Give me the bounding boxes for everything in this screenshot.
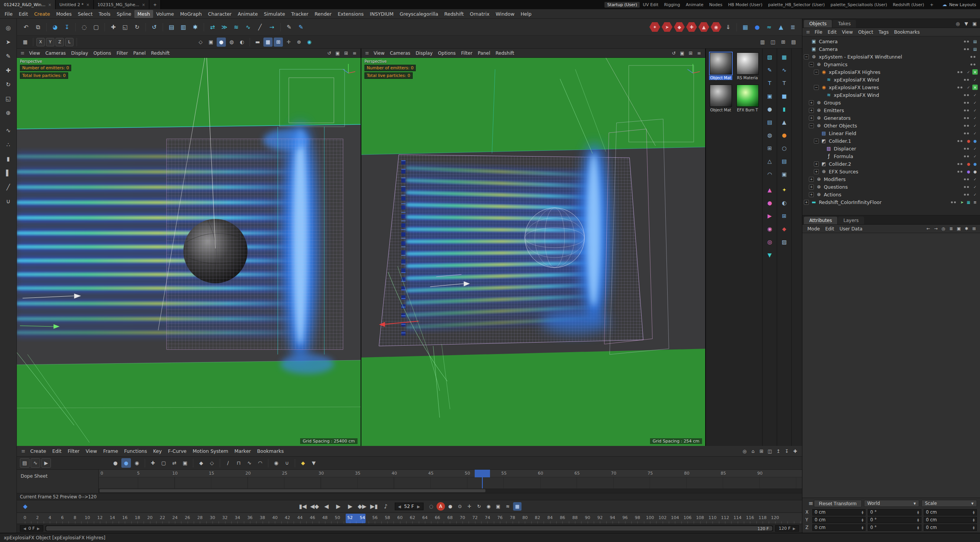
timeline-ruler[interactable]: 0246810121416182022242628303234363840424… <box>17 513 802 524</box>
spinner-icon[interactable]: ▲▼ <box>973 518 975 522</box>
ocean-wave-icon[interactable]: ≈ <box>764 22 774 33</box>
tree-row-efx-sources[interactable]: +⊕EFX Sources●● <box>802 168 980 175</box>
stepper-left-icon[interactable]: ◀ <box>23 527 26 531</box>
material-item[interactable]: Object Mat <box>709 85 733 112</box>
check-badge[interactable]: ✓ <box>972 176 978 182</box>
editor-visibility-dot[interactable] <box>964 178 966 180</box>
magnet-keys-icon[interactable]: ∪ <box>282 458 292 468</box>
gsg-hub-icon[interactable]: ◕ <box>50 22 60 33</box>
attr-search-icon[interactable]: ◎ <box>940 225 947 232</box>
collapse-icon[interactable]: − <box>809 123 814 128</box>
om-menu-view[interactable]: View <box>839 29 855 36</box>
viewport-left-canvas[interactable]: PerspectiveNumber of emitters: 0Total li… <box>17 58 361 446</box>
cube-solid-icon[interactable]: ■ <box>779 91 789 101</box>
tree-row-groups[interactable]: +⊕Groups✓ <box>802 99 980 106</box>
visibility-dots[interactable] <box>964 186 969 188</box>
cylinder-icon[interactable]: ▮ <box>779 104 789 114</box>
vp-menu-redshift[interactable]: Redshift <box>493 50 517 57</box>
render-visibility-dot[interactable] <box>967 178 969 180</box>
menu-mesh[interactable]: Mesh <box>134 10 153 18</box>
stepper-right-icon[interactable]: ▶ <box>417 504 420 509</box>
material-item[interactable]: Object Mat <box>709 52 733 80</box>
xp-knife-icon[interactable]: ╱ <box>255 22 265 33</box>
xp-arrow-icon[interactable]: → <box>266 22 277 33</box>
boole-icon[interactable]: ◍ <box>764 130 775 140</box>
graydot-badge[interactable]: ● <box>972 169 978 174</box>
y-rotation-field[interactable]: 0 °▲▼ <box>868 517 921 523</box>
next-frame-button[interactable]: ▶ <box>345 501 356 512</box>
editor-visibility-dot[interactable] <box>964 117 966 119</box>
autokey-diamond-icon[interactable]: ◆ <box>20 501 31 512</box>
vp-film-icon[interactable]: ▣ <box>334 49 341 57</box>
editor-visibility-dot[interactable] <box>964 102 966 104</box>
tl-menu-edit[interactable]: Edit <box>49 447 65 455</box>
vp-menu-cameras[interactable]: Cameras <box>387 50 413 57</box>
reddot-badge[interactable]: ● <box>966 161 971 167</box>
filter-walk-icon[interactable]: ◉ <box>132 458 142 468</box>
menu-help[interactable]: Help <box>518 10 535 18</box>
stepper-right-icon[interactable]: ▶ <box>793 527 795 531</box>
collapse-icon[interactable]: − <box>814 70 819 75</box>
editor-visibility-dot[interactable] <box>964 109 966 111</box>
stack-badge[interactable]: ≣ <box>972 199 978 205</box>
editor-visibility-dot[interactable] <box>964 48 966 50</box>
render-visibility-dot[interactable] <box>967 132 969 134</box>
render-visibility-dot[interactable] <box>973 64 975 65</box>
plane-icon[interactable]: ▤ <box>764 117 775 127</box>
xparticles-modifier-icon[interactable]: ➤ <box>662 22 673 32</box>
goto-end-button[interactable]: ▶▮ <box>369 501 379 512</box>
render-visibility-dot[interactable] <box>967 94 969 96</box>
render-visibility-dot[interactable] <box>960 171 962 173</box>
region-tool-icon[interactable]: ▢ <box>159 458 168 468</box>
camera-view-icon[interactable]: ▣ <box>206 38 216 47</box>
spinner-icon[interactable]: ▲▼ <box>917 526 919 529</box>
check-badge[interactable]: ✓ <box>966 69 971 75</box>
next-key-button[interactable]: ◆▶ <box>357 501 368 512</box>
tl-home-icon[interactable]: ⌂ <box>749 447 757 455</box>
attr-forward-icon[interactable]: → <box>932 225 939 232</box>
spinner-icon[interactable]: ▲▼ <box>862 526 864 529</box>
visibility-dots[interactable] <box>970 64 975 65</box>
film-cam-icon[interactable]: ▣ <box>180 458 190 468</box>
camera-small-icon[interactable]: ▣ <box>779 169 789 179</box>
menu-file[interactable]: File <box>2 10 16 18</box>
auto-tangent-icon[interactable]: ◠ <box>255 458 265 468</box>
layout-startup-user[interactable]: Startup (User) <box>604 2 640 8</box>
range-end-field[interactable]: 120 F ▶ <box>775 525 799 532</box>
workplane-lock-icon[interactable]: L <box>65 38 74 46</box>
select-tool-icon[interactable]: ➤ <box>3 37 14 47</box>
greenarrow-badge[interactable]: ➤ <box>959 199 965 205</box>
xparticles-presets-icon[interactable]: ◉ <box>710 22 722 32</box>
brush-tool-icon[interactable]: ▌ <box>3 168 14 178</box>
stack-icon[interactable]: ≣ <box>787 22 798 33</box>
attr-new-icon[interactable]: ⊞ <box>970 225 978 232</box>
visibility-dots[interactable] <box>957 171 962 173</box>
range-thumb[interactable]: 120 F <box>46 526 773 531</box>
tl-menu-motion-system[interactable]: Motion System <box>189 447 231 455</box>
spinner-icon[interactable]: ▲▼ <box>917 518 919 522</box>
field-icon[interactable]: ▤ <box>779 156 789 166</box>
x-position-field[interactable]: 0 cm▲▼ <box>812 509 866 516</box>
material-item[interactable]: EFX Burn T <box>735 85 760 112</box>
insydium-download-icon[interactable]: ⇓ <box>723 22 733 33</box>
track-key-icon[interactable]: ◆ <box>298 458 308 468</box>
visibility-dots[interactable] <box>964 117 969 119</box>
annotate-pencil-icon[interactable]: ✎ <box>284 22 294 33</box>
expand-icon[interactable]: + <box>814 162 819 167</box>
tl-search-icon[interactable]: ◎ <box>741 447 748 455</box>
vp-film-icon[interactable]: ▣ <box>678 49 686 57</box>
y-scale-field[interactable]: 0 cm▲▼ <box>924 517 977 523</box>
disc-pink-icon[interactable]: ◉ <box>764 224 775 234</box>
xp-link-icon[interactable]: ⇄ <box>207 22 218 33</box>
tl-menu-create[interactable]: Create <box>27 447 49 455</box>
record-position-icon[interactable]: ⊙ <box>456 502 464 511</box>
record-rotation-icon[interactable]: ↻ <box>475 502 483 511</box>
editor-visibility-dot[interactable] <box>957 87 959 88</box>
render-visibility-dot[interactable] <box>967 41 969 42</box>
tree-row-redshift-colorinfinityfloor[interactable]: +▬Redshift_ColorInfinityFloor➤▦≣ <box>802 198 980 206</box>
viewport-right-canvas[interactable]: PerspectiveNumber of emitters: 0Total li… <box>361 58 705 446</box>
rect-selection-icon[interactable]: ▢ <box>91 22 101 33</box>
dope-sheet-tracks[interactable] <box>99 477 802 488</box>
linear-interp-icon[interactable]: ∕ <box>223 458 233 468</box>
tree-row-linear-field[interactable]: +▤Linear Field✓ <box>802 129 980 137</box>
